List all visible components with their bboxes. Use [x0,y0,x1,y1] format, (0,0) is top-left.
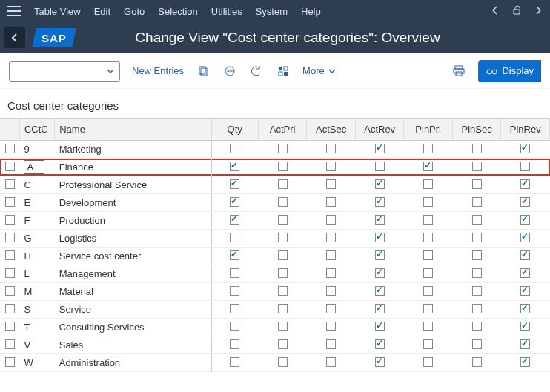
cell-actrev[interactable] [355,194,404,212]
cell-plnsec[interactable] [452,354,501,372]
cell-actsec[interactable] [307,354,356,372]
cell-plnsec[interactable] [452,301,501,319]
row-select[interactable] [0,141,19,159]
cell-code[interactable]: 9 [19,141,54,159]
cell-name[interactable]: Production [55,212,211,230]
cell-code[interactable]: C [19,176,54,194]
hamburger-icon[interactable] [7,6,21,16]
cell-qty[interactable] [211,194,258,212]
cell-name[interactable]: Professional Service [55,176,211,194]
cell-plnrev[interactable] [501,265,550,283]
cell-plnrev[interactable] [501,354,550,372]
cell-actpri[interactable] [258,159,307,176]
row-select[interactable] [0,248,19,265]
cell-name[interactable]: Service cost center [55,248,211,265]
col-code[interactable]: CCtC [19,119,54,141]
cell-actrev[interactable] [355,301,404,319]
select-all-icon[interactable] [276,64,291,79]
cell-plnsec[interactable] [452,336,501,354]
cell-plnsec[interactable] [452,265,501,283]
cell-actrev[interactable] [355,159,404,176]
menu-table-view[interactable]: Table View [34,6,81,17]
cell-actsec[interactable] [307,336,356,354]
cell-qty[interactable] [211,265,258,283]
cell-qty[interactable] [211,336,258,354]
more-menu[interactable]: More [302,65,337,76]
cell-plnsec[interactable] [452,159,501,176]
row-select[interactable] [0,336,19,354]
row-select[interactable] [0,159,19,176]
cell-name[interactable]: Administration [55,354,211,372]
cell-name[interactable]: Development [55,194,211,212]
unlock-icon[interactable] [511,5,522,18]
cell-plnsec[interactable] [452,283,501,301]
cell-actrev[interactable] [355,141,404,159]
cell-plnpri[interactable] [404,301,453,319]
cell-plnpri[interactable] [404,159,453,176]
cell-plnpri[interactable] [404,248,453,265]
cell-actpri[interactable] [258,319,307,336]
menu-selection[interactable]: Selection [158,6,197,17]
row-select[interactable] [0,301,19,319]
cell-actsec[interactable] [307,230,356,248]
cell-code[interactable]: S [19,301,54,319]
row-select[interactable] [0,319,19,336]
cell-plnpri[interactable] [404,265,453,283]
cell-plnrev[interactable] [501,283,550,301]
cell-name[interactable]: Material [55,283,211,301]
cell-code[interactable]: W [19,354,54,372]
cell-plnsec[interactable] [452,212,501,230]
cell-actsec[interactable] [307,301,356,319]
cell-plnrev[interactable] [501,230,550,248]
cell-name[interactable]: Sales [55,336,211,354]
cell-qty[interactable] [211,248,258,265]
row-select[interactable] [0,176,19,194]
cell-plnrev[interactable] [501,141,550,159]
copy-icon[interactable] [196,64,211,79]
cell-code[interactable]: T [19,319,54,336]
cell-qty[interactable] [211,319,258,336]
cell-plnsec[interactable] [452,194,501,212]
cell-plnpri[interactable] [404,336,453,354]
cell-actrev[interactable] [355,176,404,194]
col-plnsec[interactable]: PlnSec [452,119,501,141]
menu-utilities[interactable]: Utilities [211,6,242,17]
cell-name[interactable]: Logistics [55,230,211,248]
cell-actrev[interactable] [355,212,404,230]
cell-plnrev[interactable] [501,336,550,354]
view-combo[interactable] [9,61,120,82]
cell-code[interactable]: A [19,159,54,176]
menu-system[interactable]: System [256,6,288,17]
display-button[interactable]: Display [478,60,541,82]
cell-actsec[interactable] [307,248,356,265]
cell-plnpri[interactable] [404,194,453,212]
cell-actsec[interactable] [307,265,356,283]
cell-qty[interactable] [211,212,258,230]
cell-actpri[interactable] [258,194,307,212]
cell-qty[interactable] [211,354,258,372]
cell-actpri[interactable] [258,141,307,159]
cell-name[interactable]: Marketing [55,141,211,159]
cell-code[interactable]: F [19,212,54,230]
cell-actrev[interactable] [355,336,404,354]
menu-help[interactable]: Help [301,6,321,17]
cell-actpri[interactable] [258,230,307,248]
cell-name[interactable]: Consulting Services [55,319,211,336]
cell-plnsec[interactable] [452,176,501,194]
cell-plnrev[interactable] [501,212,550,230]
undo-icon[interactable] [249,64,264,79]
cell-plnpri[interactable] [404,176,453,194]
cell-qty[interactable] [211,159,258,176]
col-actpri[interactable]: ActPri [258,119,307,141]
cell-actpri[interactable] [258,301,307,319]
row-select[interactable] [0,230,19,248]
cell-actsec[interactable] [307,283,356,301]
cell-name[interactable]: Finance [55,159,211,176]
cell-plnrev[interactable] [501,176,550,194]
cell-code[interactable]: L [19,265,54,283]
cell-name[interactable]: Management [55,265,211,283]
cell-actpri[interactable] [258,336,307,354]
cell-actsec[interactable] [307,212,356,230]
cell-plnsec[interactable] [452,319,501,336]
cell-actsec[interactable] [307,176,356,194]
